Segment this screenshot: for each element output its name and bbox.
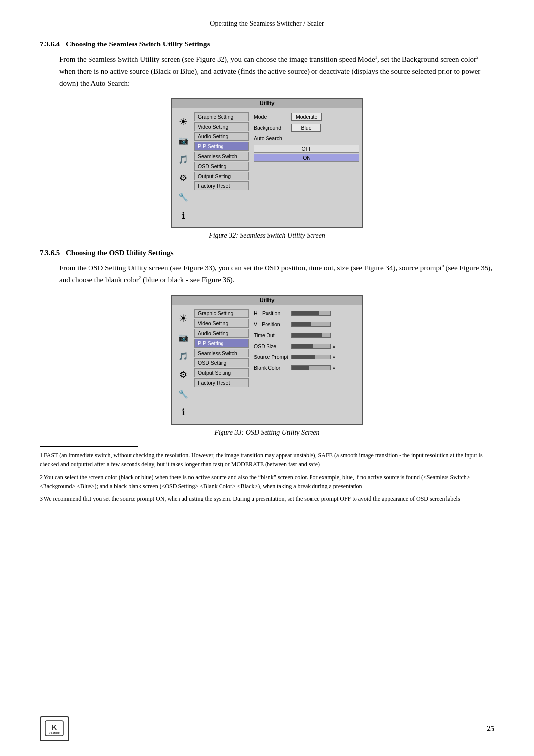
menu-output-setting-33[interactable]: Output Setting <box>194 368 249 377</box>
sun-icon-33: ☀ <box>176 311 191 326</box>
cog-icon-33: ⚙ <box>176 367 191 382</box>
camera-icon: 📷 <box>176 133 191 148</box>
ui-menu-col-32: Graphic Setting Video Setting Audio Sett… <box>194 112 249 223</box>
audio-icon-33: 🎵 <box>176 349 191 363</box>
menu-factory-reset-33[interactable]: Factory Reset <box>194 378 249 387</box>
sourceprompt-label: Source Prompt <box>254 354 288 360</box>
sourceprompt-dropdown-container: ▲ <box>291 355 336 359</box>
menu-factory-reset-32[interactable]: Factory Reset <box>194 181 249 190</box>
menu-audio-setting-32[interactable]: Audio Setting <box>194 132 249 141</box>
svg-text:K: K <box>52 723 57 731</box>
osdsize-label: OSD Size <box>254 343 288 349</box>
cog-icon: ⚙ <box>176 171 191 185</box>
background-label: Background <box>254 125 288 131</box>
sun-icon: ☀ <box>176 114 191 129</box>
footnote-1-number: 1 <box>40 452 44 459</box>
figure-33-caption: Figure 33: OSD Setting Utility Screen <box>214 429 319 437</box>
ui-row-sourceprompt: Source Prompt ▲ <box>254 353 359 361</box>
ui-title-bar-33: Utility <box>172 296 362 305</box>
footnote-2: 2 You can select the screen color (black… <box>40 473 494 490</box>
mode-value: Moderate <box>291 113 322 121</box>
menu-video-setting-32[interactable]: Video Setting <box>194 122 249 131</box>
sourceprompt-arrow: ▲ <box>332 355 336 359</box>
osdsize-dropdown[interactable] <box>291 344 331 349</box>
footnote-3: 3 We recommend that you set the source p… <box>40 494 494 503</box>
ui-screen-32: Utility ☀ 📷 🎵 ⚙ 🔧 ℹ Graphic Setting Vide… <box>171 98 363 228</box>
section-number-2: 7.3.6.5 <box>40 249 60 257</box>
footnotes: 1 FAST (an immediate switch, without che… <box>40 451 494 503</box>
osdsize-dropdown-container: ▲ <box>291 344 336 349</box>
menu-seamless-switch-32[interactable]: Seamless Switch <box>194 152 249 161</box>
footnote-2-number: 2 <box>40 474 44 481</box>
page-header: Operating the Seamless Switcher / Scaler <box>40 20 494 31</box>
ui-content-col-32: Mode Moderate Background Blue Auto Searc… <box>251 112 359 223</box>
page-number: 25 <box>487 724 494 733</box>
audio-icon: 🎵 <box>176 152 191 167</box>
footnote-2-text: You can select the screen color (black o… <box>40 474 470 489</box>
kramer-logo-svg: K KRAMER <box>44 720 64 737</box>
vposition-label: V - Position <box>254 321 288 327</box>
timeout-slider-container <box>291 333 331 338</box>
footnote-1: 1 FAST (an immediate switch, without che… <box>40 451 494 469</box>
menu-video-setting-33[interactable]: Video Setting <box>194 319 249 328</box>
section-heading-2: 7.3.6.5 Choosing the OSD Utility Setting… <box>40 249 494 257</box>
info-icon: ℹ <box>176 208 191 223</box>
mode-label: Mode <box>254 114 288 120</box>
timeout-label: Time Out <box>254 332 288 338</box>
menu-audio-setting-33[interactable]: Audio Setting <box>194 329 249 338</box>
ui-row-vposition: V - Position <box>254 320 359 329</box>
hposition-slider-container <box>291 311 331 316</box>
background-value: Blue <box>291 124 321 132</box>
menu-osd-setting-33[interactable]: OSD Setting <box>194 358 249 367</box>
blankcolor-arrow: ▲ <box>332 365 336 370</box>
menu-pip-setting-33[interactable]: PIP Setting <box>194 339 249 348</box>
ui-row-osdsize: OSD Size ▲ <box>254 342 359 351</box>
hposition-slider[interactable] <box>291 311 331 316</box>
dropdown-on[interactable]: ON <box>254 154 359 162</box>
figure-32-caption: Figure 32: Seamless Switch Utility Scree… <box>209 232 325 240</box>
vposition-slider[interactable] <box>291 322 331 327</box>
section-heading-1: 7.3.6.4 Choosing the Seamless Switch Uti… <box>40 40 494 48</box>
blankcolor-dropdown[interactable] <box>291 365 331 370</box>
timeout-slider[interactable] <box>291 333 331 338</box>
footnote-3-number: 3 <box>40 495 44 502</box>
wrench-icon-33: 🔧 <box>176 386 191 401</box>
sourceprompt-dropdown[interactable] <box>291 355 331 359</box>
menu-graphic-setting-33[interactable]: Graphic Setting <box>194 309 249 318</box>
figure-32-container: Utility ☀ 📷 🎵 ⚙ 🔧 ℹ Graphic Setting Vide… <box>40 98 494 240</box>
camera-icon-33: 📷 <box>176 330 191 345</box>
menu-output-setting-32[interactable]: Output Setting <box>194 172 249 180</box>
ui-screen-33: Utility ☀ 📷 🎵 ⚙ 🔧 ℹ Graphic Setting Vide… <box>171 295 363 425</box>
ui-content-col-33: H - Position V - Position <box>251 309 359 420</box>
section-number-1: 7.3.6.4 <box>40 40 60 48</box>
figure-33-container: Utility ☀ 📷 🎵 ⚙ 🔧 ℹ Graphic Setting Vide… <box>40 295 494 437</box>
ui-row-background: Background Blue <box>254 123 359 132</box>
ui-title-bar-32: Utility <box>172 99 362 108</box>
section-title-1: Choosing the Seamless Switch Utility Set… <box>66 40 210 48</box>
ui-icons-col-32: ☀ 📷 🎵 ⚙ 🔧 ℹ <box>175 112 192 223</box>
ui-body-33: ☀ 📷 🎵 ⚙ 🔧 ℹ Graphic Setting Video Settin… <box>172 305 362 424</box>
menu-seamless-switch-33[interactable]: Seamless Switch <box>194 349 249 357</box>
info-icon-33: ℹ <box>176 405 191 420</box>
ui-row-hposition: H - Position <box>254 309 359 318</box>
ui-body-32: ☀ 📷 🎵 ⚙ 🔧 ℹ Graphic Setting Video Settin… <box>172 108 362 227</box>
ui-row-mode: Mode Moderate <box>254 112 359 121</box>
body-text-2: From the OSD Setting Utility screen (see… <box>59 262 494 286</box>
vposition-slider-container <box>291 322 331 327</box>
hposition-label: H - Position <box>254 311 288 316</box>
footnote-1-text: FAST (an immediate switch, without check… <box>40 452 483 468</box>
kramer-logo: K KRAMER <box>40 716 69 741</box>
menu-graphic-setting-32[interactable]: Graphic Setting <box>194 112 249 121</box>
footnote-divider <box>40 446 138 447</box>
ui-row-autosearch: Auto Search <box>254 134 359 143</box>
header-title: Operating the Seamless Switcher / Scaler <box>210 20 324 27</box>
osdsize-arrow: ▲ <box>332 344 336 349</box>
footnote-3-text: We recommend that you set the source pro… <box>44 495 460 502</box>
dropdown-off[interactable]: OFF <box>254 145 359 153</box>
autosearch-dropdown: OFF ON <box>254 145 359 162</box>
blankcolor-label: Blank Color <box>254 365 288 371</box>
ui-row-timeout: Time Out <box>254 331 359 340</box>
body-text-1: From the Seamless Switch Utility screen … <box>59 53 494 89</box>
menu-pip-setting-32[interactable]: PIP Setting <box>194 142 249 151</box>
menu-osd-setting-32[interactable]: OSD Setting <box>194 162 249 171</box>
